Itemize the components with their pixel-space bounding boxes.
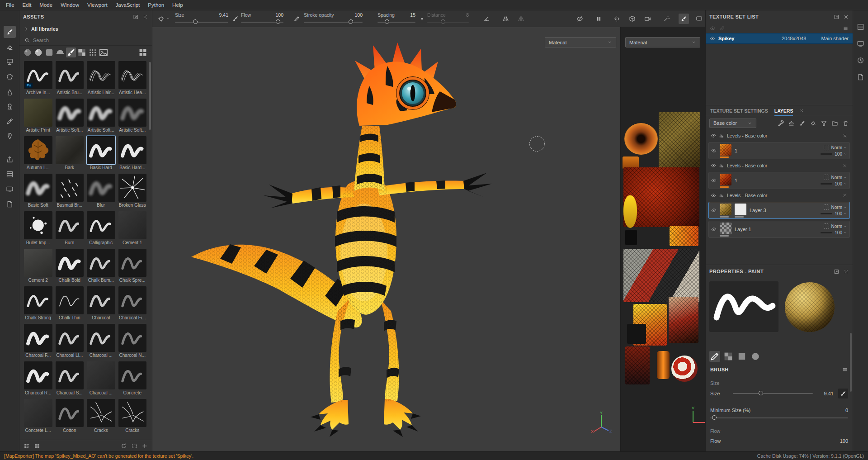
layer-thumbnail[interactable] [720,204,731,215]
size-pressure-button[interactable] [838,389,848,398]
tab-material-icon[interactable] [750,351,761,362]
layer-anchor-box[interactable] [824,223,829,229]
layer-opacity-dropdown[interactable]: 100 [835,230,847,235]
asset-item[interactable]: Cement 2 [24,249,52,284]
perspective-icon[interactable] [627,14,637,24]
spacing-value[interactable]: 15 [410,12,415,18]
menu-javascript[interactable]: JavaScript [112,0,144,9]
asset-item[interactable]: Charcoal N... [118,324,147,359]
asset-thumbnail[interactable] [87,324,115,352]
stroke-opacity-value[interactable]: 100 [354,12,363,18]
asset-item[interactable]: Autumn L... [24,136,52,171]
layer-anchor-box[interactable] [824,175,829,180]
add-group-icon[interactable] [831,120,838,127]
float-panel-icon[interactable] [133,14,139,20]
assets-shelf-icon[interactable] [4,168,16,180]
search-input[interactable] [33,38,147,43]
brush-size-icon[interactable] [230,14,241,24]
asset-thumbnail[interactable] [24,286,52,314]
asset-thumbnail[interactable] [118,324,147,352]
asset-item[interactable]: Chalk Thin [56,286,84,321]
asset-thumbnail[interactable] [87,399,115,427]
asset-item[interactable]: Artistic Bru... [56,61,84,96]
clone-tool[interactable] [4,100,16,113]
menu-viewport[interactable]: Viewport [83,0,112,9]
layer-opacity-dropdown[interactable]: 100 [835,152,847,156]
blend-mode-dropdown[interactable]: Norm [831,175,847,180]
asset-thumbnail[interactable]: Ps [24,61,52,89]
asset-item[interactable]: Chalk Spre... [118,249,147,284]
stroke-opacity-slider[interactable] [304,22,363,23]
lazy-mouse-icon[interactable] [661,14,672,24]
layer-row[interactable]: 1 Norm 100 [708,172,850,189]
asset-item[interactable]: Artistic Print [24,99,52,133]
layer-anchor-box[interactable] [824,145,829,150]
menu-python[interactable]: Python [144,0,168,9]
float-panel-icon[interactable] [834,14,840,20]
asset-item[interactable]: Artistic Soft... [87,99,115,133]
asset-thumbnail[interactable] [24,174,52,202]
blend-mode-dropdown[interactable]: Norm [831,224,847,229]
asset-item[interactable]: Charcoal ... [87,324,115,359]
filter-filters-icon[interactable] [55,47,65,57]
asset-thumbnail[interactable] [87,249,115,277]
asset-thumbnail[interactable] [24,361,52,389]
layer-opacity-dropdown[interactable]: 100 [835,181,847,186]
spacing-slider[interactable] [377,22,415,23]
effect-row[interactable]: Levels - Base color [708,191,850,200]
panel-log-icon[interactable] [856,72,865,81]
tab-stencil-icon[interactable] [736,351,747,362]
add-paint-layer-icon[interactable] [799,120,806,127]
library-selector[interactable]: All libraries [19,23,152,35]
asset-item[interactable]: Broken Glass [118,174,147,209]
viewport-2d[interactable]: Material V U [620,27,705,451]
painting-mode-icon[interactable] [679,14,689,24]
refresh-assets-icon[interactable] [121,443,127,449]
list-options-icon[interactable] [843,25,849,31]
asset-thumbnail[interactable] [56,286,84,314]
asset-item[interactable]: Chalk Bum... [87,249,115,284]
asset-thumbnail[interactable] [118,174,147,202]
asset-item[interactable]: Cotton [56,399,84,434]
paint-tool[interactable] [4,26,16,38]
opacity-mini-slider[interactable] [821,213,832,214]
asset-item[interactable]: Basic Hard... [118,136,147,171]
asset-item[interactable]: Basmati Br... [56,174,84,209]
asset-item[interactable]: Charcoal [87,286,115,321]
layer-visibility-icon[interactable] [711,208,717,213]
chevron-down-icon[interactable] [166,16,170,21]
asset-thumbnail[interactable] [56,361,84,389]
filter-alphas-icon[interactable] [77,47,87,57]
display-settings-icon[interactable] [4,183,16,195]
menu-file[interactable]: File [2,0,19,9]
material-preview-sphere[interactable] [785,282,835,332]
asset-thumbnail[interactable] [56,61,84,89]
asset-item[interactable]: Charcoal Fi... [118,286,147,321]
effect-row[interactable]: Levels - Base color [708,131,850,140]
asset-thumbnail[interactable] [24,136,52,164]
asset-item[interactable]: Concrete [118,361,147,396]
pencil-pressure-icon[interactable] [292,14,302,24]
asset-thumbnail[interactable] [118,361,147,389]
thumbnail-view-icon[interactable] [34,443,40,449]
asset-thumbnail[interactable] [118,61,147,89]
channel-dropdown[interactable]: Base color [709,119,756,128]
size-value[interactable]: 9.41 [817,391,834,396]
min-size-value[interactable]: 0 [845,408,848,413]
asset-thumbnail[interactable] [24,324,52,352]
opacity-mini-slider[interactable] [821,183,832,185]
blend-mode-dropdown[interactable]: Norm [831,205,847,210]
asset-thumbnail[interactable] [56,99,84,127]
float-panel-icon[interactable] [834,269,840,275]
viewport-3d[interactable]: Material [152,27,620,451]
asset-item[interactable]: Charcoal Li... [56,324,84,359]
asset-thumbnail[interactable] [56,399,84,427]
asset-item[interactable]: Charcoal F... [24,324,52,359]
asset-item[interactable]: Charcoal ... [87,361,115,396]
layer-visibility-icon[interactable] [711,148,717,153]
filter-environments-icon[interactable] [99,47,108,57]
layer-visibility-icon[interactable] [711,178,717,183]
asset-thumbnail[interactable] [118,99,147,127]
asset-thumbnail[interactable] [24,399,52,427]
brush-stroke-preview[interactable] [709,281,778,332]
